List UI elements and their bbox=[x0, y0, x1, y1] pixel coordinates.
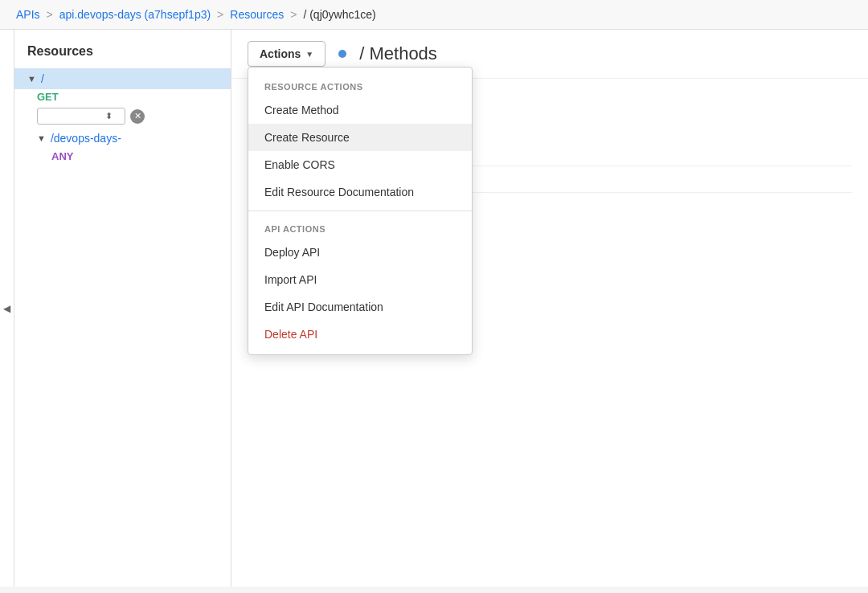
menu-item-create-resource[interactable]: Create Resource bbox=[248, 124, 472, 151]
resource-name-devops: /devops-days- bbox=[51, 132, 121, 145]
sidebar: Resources ▼ / GET ⬍ ✕ ▼ /devops-days- AN… bbox=[14, 30, 231, 587]
dot-indicator bbox=[338, 50, 346, 58]
filter-input-wrap: ⬍ bbox=[37, 108, 125, 125]
breadcrumb-apis[interactable]: APIs bbox=[16, 8, 40, 21]
content-topbar: Actions ▼ RESOURCE ACTIONS Create Method… bbox=[231, 30, 868, 79]
breadcrumb-current: / (qj0ywhc1ce) bbox=[303, 8, 375, 21]
breadcrumb-resources[interactable]: Resources bbox=[230, 8, 284, 21]
actions-dropdown-menu: RESOURCE ACTIONS Create Method Create Re… bbox=[248, 67, 473, 355]
resource-item-devops[interactable]: ▼ /devops-days- bbox=[14, 128, 231, 149]
menu-item-edit-api-doc[interactable]: Edit API Documentation bbox=[248, 293, 472, 321]
filter-clear-button[interactable]: ✕ bbox=[130, 109, 145, 124]
sidebar-collapse-handle[interactable]: ◀ bbox=[0, 30, 14, 587]
menu-item-deploy-api[interactable]: Deploy API bbox=[248, 239, 472, 266]
resource-name-root: / bbox=[41, 72, 44, 85]
filter-row: ⬍ ✕ bbox=[14, 104, 231, 128]
page-title: / Methods bbox=[359, 43, 437, 64]
dropdown-arrow-icon: ▼ bbox=[305, 50, 313, 59]
resource-item-root[interactable]: ▼ / bbox=[14, 68, 231, 89]
breadcrumb: APIs > api.devops-days (a7hsepf1p3) > Re… bbox=[0, 0, 868, 30]
main-layout: ◀ Resources ▼ / GET ⬍ ✕ ▼ /devops-days- … bbox=[0, 30, 868, 587]
breadcrumb-sep-3: > bbox=[290, 8, 297, 21]
actions-button-label: Actions bbox=[260, 47, 301, 60]
dropdown-divider bbox=[248, 211, 472, 211]
tree-arrow-devops: ▼ bbox=[37, 133, 46, 143]
filter-input[interactable] bbox=[41, 110, 105, 122]
method-label-any[interactable]: ANY bbox=[14, 149, 231, 164]
breadcrumb-api-name[interactable]: api.devops-days (a7hsepf1p3) bbox=[59, 8, 211, 21]
menu-item-edit-resource-doc[interactable]: Edit Resource Documentation bbox=[248, 178, 472, 206]
menu-item-create-method[interactable]: Create Method bbox=[248, 96, 472, 124]
resource-actions-label: RESOURCE ACTIONS bbox=[248, 74, 472, 96]
sidebar-header: Resources bbox=[14, 38, 231, 68]
actions-button[interactable]: Actions ▼ bbox=[248, 41, 326, 67]
breadcrumb-sep-2: > bbox=[217, 8, 223, 21]
menu-item-enable-cors[interactable]: Enable CORS bbox=[248, 151, 472, 178]
spinner-icon[interactable]: ⬍ bbox=[105, 111, 113, 121]
actions-dropdown-container: Actions ▼ RESOURCE ACTIONS Create Method… bbox=[248, 41, 326, 67]
menu-item-import-api[interactable]: Import API bbox=[248, 266, 472, 293]
menu-item-delete-api[interactable]: Delete API bbox=[248, 321, 472, 348]
api-actions-label: API ACTIONS bbox=[248, 216, 472, 239]
method-label-get[interactable]: GET bbox=[14, 89, 231, 104]
breadcrumb-sep-1: > bbox=[47, 8, 53, 21]
content-area: Actions ▼ RESOURCE ACTIONS Create Method… bbox=[231, 30, 868, 587]
tree-arrow-root: ▼ bbox=[27, 74, 36, 84]
